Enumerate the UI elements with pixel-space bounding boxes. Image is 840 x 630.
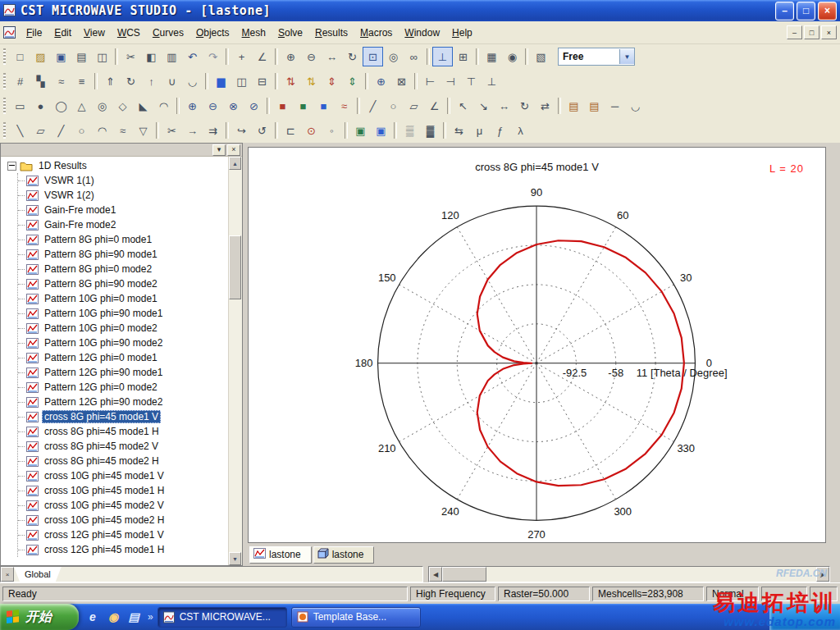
tree-root-1d-results[interactable]: 1D Results	[7, 158, 229, 173]
solid-blue-button[interactable]: ■	[313, 96, 334, 116]
pan-view-button[interactable]: ↔	[322, 47, 342, 66]
fit-view-button[interactable]: ◎	[383, 47, 404, 66]
show-desktop-icon[interactable]: ▤	[126, 609, 141, 624]
boolean-subtract-button[interactable]: ⊖	[203, 96, 223, 116]
hscroll-left-icon[interactable]: ◀	[429, 567, 442, 582]
toolbar-grip[interactable]	[3, 48, 6, 65]
e-monitor-button[interactable]: ▣	[350, 121, 371, 140]
boundary-props-button[interactable]: ▓	[420, 121, 441, 140]
create-torus-button[interactable]: ◎	[92, 96, 112, 116]
tree-item[interactable]: cross 8G phi=45 mode2 V	[18, 439, 229, 454]
twist-curve-button[interactable]: ↺	[252, 121, 272, 140]
background-props-button[interactable]: ▒	[399, 121, 420, 140]
draw-line-button[interactable]: ╱	[363, 96, 383, 116]
tree-scrollbar[interactable]: ▲ ▼	[228, 157, 242, 565]
toggle-grid-button[interactable]: ⊞	[453, 47, 473, 66]
tree-item[interactable]: cross 10G phi=45 mode1 H	[18, 483, 229, 498]
mouse-mode-dropdown[interactable]: Free▼	[558, 48, 635, 66]
tree-item[interactable]: Pattern 8G phi=90 mode2	[18, 276, 229, 291]
print-button[interactable]: ▤	[71, 47, 92, 66]
sweep-curve-button[interactable]: ↪	[231, 121, 252, 140]
internet-explorer-icon[interactable]: e	[85, 609, 100, 624]
brick-pattern-button[interactable]: ▤	[564, 96, 584, 116]
param-sweep-green-button[interactable]: ⇕	[342, 71, 363, 91]
tree-item[interactable]: cross 12G phi=45 mode1 H	[18, 542, 229, 557]
panel-pin-button[interactable]: ▾	[212, 144, 226, 156]
restore-button[interactable]: □	[797, 2, 815, 21]
render-window-button[interactable]: ▆	[211, 71, 231, 91]
mdi-document-icon[interactable]	[3, 26, 16, 39]
tree-item[interactable]: Pattern 10G phi=0 mode1	[18, 291, 229, 306]
blend-edge-button[interactable]: ◡	[182, 71, 203, 91]
tree-item[interactable]: cross 10G phi=45 mode2 H	[18, 513, 229, 527]
tree-item[interactable]: Pattern 8G phi=90 mode1	[18, 247, 229, 262]
scroll-down-icon[interactable]: ▼	[229, 552, 241, 565]
tree-item[interactable]: VSWR 1(1)	[18, 173, 229, 188]
tree-item[interactable]: Pattern 12G phi=0 mode2	[18, 380, 229, 395]
app-icon[interactable]	[3, 4, 16, 17]
frequency-range-button[interactable]: ƒ	[490, 121, 510, 140]
tree-item[interactable]: Gain-Fre mode1	[18, 203, 229, 217]
taskbar-task-2[interactable]: Template Base...	[291, 607, 421, 628]
translate-button[interactable]: ↔	[494, 96, 514, 116]
tree-item[interactable]: Pattern 12G phi=90 mode2	[18, 395, 229, 409]
open-project-button[interactable]: ▨	[30, 47, 51, 66]
waveguide-port-button[interactable]: ⊏	[281, 121, 301, 140]
boolean-add-button[interactable]: ⊕	[182, 96, 203, 116]
menu-help[interactable]: Help	[446, 24, 478, 42]
polar-plot-canvas[interactable]: cross 8G phi=45 mode1 V L = 20 030609012…	[248, 147, 826, 543]
panel-close-button[interactable]: ×	[227, 144, 240, 156]
close-button[interactable]: ×	[818, 2, 837, 21]
move-nw-button[interactable]: ↖	[453, 96, 473, 116]
field-monitor-button[interactable]: ◉	[502, 47, 523, 66]
align-top-button[interactable]: ⊤	[461, 71, 482, 91]
view-tab-2[interactable]: lastone	[313, 546, 375, 564]
cut-button[interactable]: ✂	[121, 47, 141, 66]
hscroll-track[interactable]	[62, 567, 422, 582]
tree-item[interactable]: cross 8G phi=45 mode1 V	[18, 409, 229, 424]
material-checker-button[interactable]: ▚	[30, 71, 51, 91]
create-cone-button[interactable]: △	[71, 96, 92, 116]
protractor-button[interactable]: ◡	[625, 96, 646, 116]
tree-item[interactable]: Pattern 12G phi=90 mode1	[18, 365, 229, 380]
curve-line-button[interactable]: ╱	[51, 121, 71, 140]
copy-image-button[interactable]: ◫	[92, 47, 112, 66]
extrude-button[interactable]: ⇑	[100, 71, 121, 91]
tree-item[interactable]: Pattern 10G phi=90 mode2	[18, 336, 229, 350]
mdi-restore-button[interactable]: □	[804, 25, 819, 39]
offset-curve-button[interactable]: ⇉	[203, 121, 223, 140]
draw-angle-button[interactable]: ∠	[424, 96, 445, 116]
zoom-in-button[interactable]: ⊕	[281, 47, 301, 66]
tree-item[interactable]: cross 10G phi=45 mode2 V	[18, 498, 229, 513]
chevron-down-icon[interactable]: ▼	[619, 49, 634, 64]
align-right-button[interactable]: ⊣	[441, 71, 461, 91]
curve-circle-button[interactable]: ○	[71, 121, 92, 140]
save-project-button[interactable]: ▣	[51, 47, 71, 66]
tree-item[interactable]: cross 8G phi=45 mode1 H	[18, 424, 229, 439]
menu-curves[interactable]: Curves	[147, 24, 189, 42]
plot-properties-button[interactable]: ▧	[531, 47, 551, 66]
tree-item[interactable]: Pattern 8G phi=0 mode1	[18, 232, 229, 247]
zoom-window-button[interactable]: ⊡	[363, 47, 383, 66]
chevron-icon[interactable]: »	[148, 611, 153, 623]
boolean-trim-button[interactable]: ⊘	[244, 96, 264, 116]
tree-item[interactable]: Pattern 12G phi=0 mode1	[18, 350, 229, 365]
menu-mesh[interactable]: Mesh	[236, 24, 272, 42]
view-options-button[interactable]: ∞	[404, 47, 424, 66]
extrude-face-button[interactable]: ◇	[112, 96, 133, 116]
excitation-button[interactable]: λ	[510, 121, 531, 140]
media-player-icon[interactable]: ◉	[106, 609, 121, 624]
tree-item[interactable]: cross 8G phi=45 mode2 H	[18, 454, 229, 468]
param-sweep-red-button[interactable]: ⇕	[322, 71, 342, 91]
new-project-button[interactable]: □	[10, 47, 30, 66]
collapse-icon[interactable]	[7, 162, 16, 171]
brick-pattern2-button[interactable]: ▤	[584, 96, 605, 116]
menu-view[interactable]: View	[78, 24, 111, 42]
curve-spline-button[interactable]: ≈	[112, 121, 133, 140]
split-view-button[interactable]: ◫	[231, 71, 252, 91]
measure-button[interactable]: ∠	[252, 47, 272, 66]
tree-item[interactable]: Pattern 10G phi=0 mode2	[18, 321, 229, 336]
boolean-intersect-button[interactable]: ⊗	[223, 96, 244, 116]
global-properties-button[interactable]: ⊕	[371, 71, 391, 91]
tab-global[interactable]: Global	[14, 567, 62, 582]
